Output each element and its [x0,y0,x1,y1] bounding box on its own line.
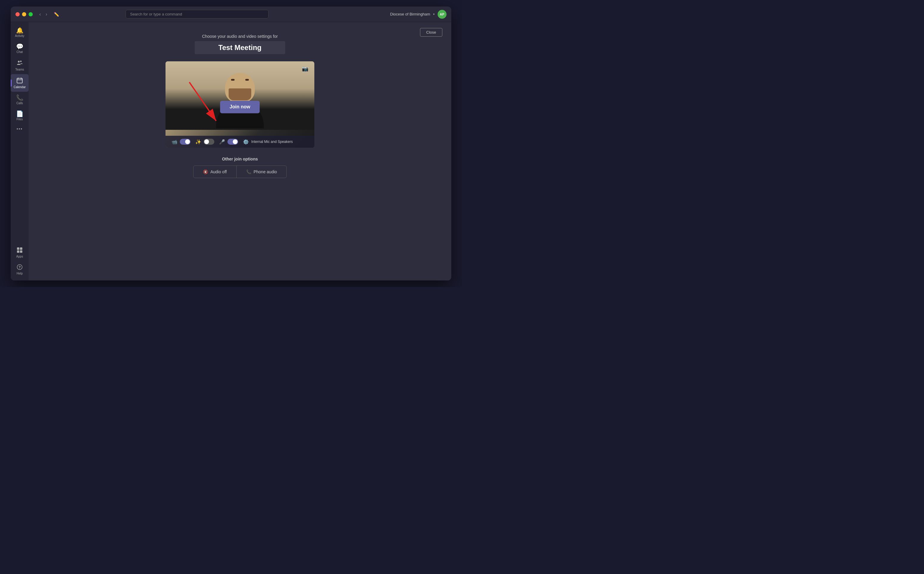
search-bar[interactable] [126,10,269,19]
calendar-icon [16,77,23,85]
more-icon: ••• [17,127,23,131]
close-button[interactable]: Close [420,28,442,36]
chat-icon: 💬 [16,43,24,49]
other-options-label: Other join options [222,157,258,161]
window-controls [16,12,33,16]
phone-audio-label: Phone audio [253,169,277,174]
svg-rect-7 [20,248,22,250]
close-window-button[interactable] [16,12,20,16]
svg-point-0 [18,61,20,63]
search-input[interactable] [126,10,269,19]
app-window: ‹ › ✏️ Diocese of Birmingham ▾ AP 🔔 Acti… [11,6,451,281]
speaker-label: Internal Mic and Speakers [251,140,293,144]
minimize-window-button[interactable] [22,12,26,16]
mic-control-group: 🎤 [219,139,238,145]
sidebar-item-chat[interactable]: 💬 Chat [11,41,28,57]
sidebar-item-more[interactable]: ••• [11,124,28,134]
svg-line-13 [189,82,216,121]
main-area: 🔔 Activity 💬 Chat Teams [11,22,451,281]
speaker-settings-icon: ⚙️ [243,139,249,145]
sidebar-item-files[interactable]: 📄 Files [11,108,28,124]
avatar[interactable]: AP [438,10,447,19]
svg-rect-9 [20,251,22,253]
phone-audio-button[interactable]: 📞 Phone audio [237,166,286,178]
join-now-button[interactable]: Join now [220,101,260,113]
camera-control-group: 📹 [172,139,190,145]
bell-icon: 🔔 [16,27,24,33]
camera-toggle[interactable] [180,139,190,145]
maximize-window-button[interactable] [28,12,33,16]
svg-rect-6 [17,248,19,250]
help-icon: ? [17,264,23,271]
sidebar-item-activity[interactable]: 🔔 Activity [11,24,28,41]
svg-point-1 [20,61,22,62]
teams-icon [16,60,23,67]
sidebar-item-teams[interactable]: Teams [11,57,28,74]
camera-icon: 📹 [172,139,178,145]
sidebar-item-apps[interactable]: Apps [11,244,28,261]
mic-toggle[interactable] [227,139,238,145]
speaker-control-group: ⚙️ Internal Mic and Speakers [243,139,293,145]
mic-icon: 🎤 [219,139,225,145]
edit-button[interactable]: ✏️ [52,11,61,18]
video-controls-bar: 📹 ✨ 🎤 ⚙️ Internal Mic and Speakers [165,136,314,148]
files-icon: 📄 [16,111,24,117]
forward-button[interactable]: › [44,10,49,18]
org-name: Diocese of Birmingham [390,12,430,16]
sidebar: 🔔 Activity 💬 Chat Teams [11,22,28,281]
join-options-row: 🔇 Audio off 📞 Phone audio [193,166,287,178]
chevron-down-icon[interactable]: ▾ [433,13,434,16]
blur-control-group: ✨ [195,139,214,145]
calls-icon: 📞 [16,95,24,101]
svg-rect-2 [17,78,22,83]
nav-arrows: ‹ › [38,10,49,18]
titlebar: ‹ › ✏️ Diocese of Birmingham ▾ AP [11,6,451,22]
camera-corner-icon: 📷 [302,66,309,72]
sidebar-item-calls[interactable]: 📞 Calls [11,92,28,108]
apps-icon [17,247,23,254]
audio-off-label: Audio off [211,169,227,174]
blur-toggle[interactable] [204,139,214,145]
video-preview: 📷 Join now [165,62,314,148]
meeting-title: Test Meeting [195,41,285,54]
sidebar-item-calendar[interactable]: Calendar [11,74,28,92]
audio-off-icon: 🔇 [203,169,208,174]
content-area: Close Choose your audio and video settin… [28,22,451,281]
settings-text: Choose your audio and video settings for [202,34,278,39]
svg-text:?: ? [19,265,20,270]
sidebar-item-help[interactable]: ? Help [11,261,28,278]
back-button[interactable]: ‹ [38,10,43,18]
phone-icon: 📞 [246,169,251,174]
titlebar-right: Diocese of Birmingham ▾ AP [390,10,447,19]
svg-rect-8 [17,251,19,253]
video-preview-container: 📷 Join now [165,62,314,148]
audio-off-button[interactable]: 🔇 Audio off [194,166,236,178]
blur-icon: ✨ [195,139,201,145]
